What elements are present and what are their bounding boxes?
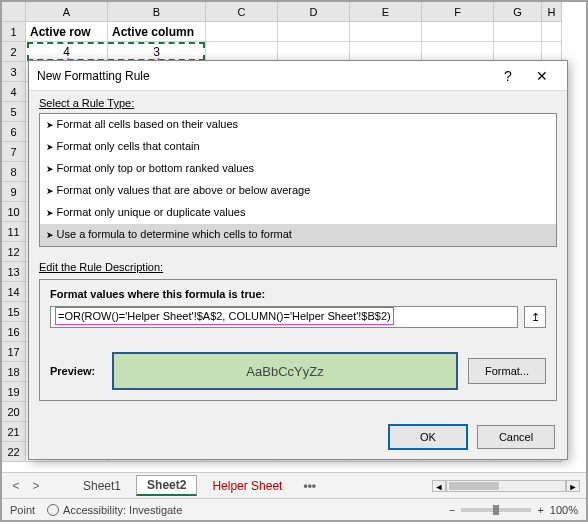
cell-E1[interactable] — [350, 22, 422, 42]
tab-sheet2[interactable]: Sheet2 — [136, 475, 197, 496]
cell-H1[interactable] — [542, 22, 562, 42]
rule-type-item[interactable]: Format only top or bottom ranked values — [40, 158, 556, 180]
preview-label: Preview: — [50, 365, 102, 377]
row-header-12[interactable]: 12 — [2, 242, 26, 262]
col-header-C[interactable]: C — [206, 2, 278, 22]
rule-type-item[interactable]: Format all cells based on their values — [40, 114, 556, 136]
format-preview: AaBbCcYyZz — [112, 352, 458, 390]
zoom-out-button[interactable]: − — [449, 504, 455, 516]
cell-A1[interactable]: Active row — [26, 22, 108, 42]
cell-C1[interactable] — [206, 22, 278, 42]
row-header-17[interactable]: 17 — [2, 342, 26, 362]
col-header-D[interactable]: D — [278, 2, 350, 22]
ok-button[interactable]: OK — [389, 425, 467, 449]
row-header-10[interactable]: 10 — [2, 202, 26, 222]
row-header-18[interactable]: 18 — [2, 362, 26, 382]
accessibility-status[interactable]: Accessibility: Investigate — [63, 504, 182, 516]
cell-A2[interactable]: 4 — [26, 42, 108, 62]
format-button[interactable]: Format... — [468, 358, 546, 384]
cell-F2[interactable] — [422, 42, 494, 62]
formula-label: Format values where this formula is true… — [50, 288, 546, 300]
formula-input[interactable]: =OR(ROW()='Helper Sheet'!$A$2, COLUMN()=… — [50, 306, 518, 328]
rule-type-item-selected[interactable]: Use a formula to determine which cells t… — [40, 224, 556, 246]
dialog-title: New Formatting Rule — [37, 69, 491, 83]
row-header-21[interactable]: 21 — [2, 422, 26, 442]
select-rule-type-label: Select a Rule Type: — [29, 91, 567, 111]
row-header-3[interactable]: 3 — [2, 62, 26, 82]
cell-F1[interactable] — [422, 22, 494, 42]
tab-nav-next[interactable]: > — [28, 479, 44, 493]
cell-D1[interactable] — [278, 22, 350, 42]
zoom-slider[interactable] — [461, 508, 531, 512]
col-header-H[interactable]: H — [542, 2, 562, 22]
select-all-corner[interactable] — [2, 2, 26, 22]
col-header-A[interactable]: A — [26, 2, 108, 22]
col-header-F[interactable]: F — [422, 2, 494, 22]
row-header-19[interactable]: 19 — [2, 382, 26, 402]
hscroll-thumb[interactable] — [449, 482, 499, 490]
row-header-7[interactable]: 7 — [2, 142, 26, 162]
sheet-tab-strip: < > Sheet1 Sheet2 Helper Sheet ••• ◄ ► — [2, 472, 586, 498]
hscroll-track[interactable] — [446, 480, 566, 492]
accessibility-icon — [47, 504, 59, 516]
row-header-13[interactable]: 13 — [2, 262, 26, 282]
cell-H2[interactable] — [542, 42, 562, 62]
row-header-11[interactable]: 11 — [2, 222, 26, 242]
row-header-5[interactable]: 5 — [2, 102, 26, 122]
col-header-G[interactable]: G — [494, 2, 542, 22]
rule-type-list[interactable]: Format all cells based on their values F… — [39, 113, 557, 247]
status-bar: Point Accessibility: Investigate − + 100… — [2, 498, 586, 520]
row-header-15[interactable]: 15 — [2, 302, 26, 322]
edit-rule-description-label: Edit the Rule Description: — [29, 255, 567, 275]
collapse-dialog-button[interactable]: ↥ — [524, 306, 546, 328]
close-button[interactable]: ✕ — [525, 68, 559, 84]
hscroll-right[interactable]: ► — [566, 480, 580, 492]
row-header-16[interactable]: 16 — [2, 322, 26, 342]
zoom-in-button[interactable]: + — [537, 504, 543, 516]
cell-G1[interactable] — [494, 22, 542, 42]
tab-nav-prev[interactable]: < — [8, 479, 24, 493]
row-header-6[interactable]: 6 — [2, 122, 26, 142]
rule-type-item[interactable]: Format only cells that contain — [40, 136, 556, 158]
row-header-22[interactable]: 22 — [2, 442, 26, 462]
rule-type-item[interactable]: Format only values that are above or bel… — [40, 180, 556, 202]
tab-sheet1[interactable]: Sheet1 — [72, 476, 132, 496]
row-header-20[interactable]: 20 — [2, 402, 26, 422]
cell-mode: Point — [10, 504, 35, 516]
col-header-B[interactable]: B — [108, 2, 206, 22]
cancel-button[interactable]: Cancel — [477, 425, 555, 449]
help-button[interactable]: ? — [491, 68, 525, 84]
tab-more[interactable]: ••• — [297, 479, 322, 493]
cell-E2[interactable] — [350, 42, 422, 62]
col-header-E[interactable]: E — [350, 2, 422, 22]
row-header-4[interactable]: 4 — [2, 82, 26, 102]
cell-B1[interactable]: Active column — [108, 22, 206, 42]
row-header-8[interactable]: 8 — [2, 162, 26, 182]
rule-type-item[interactable]: Format only unique or duplicate values — [40, 202, 556, 224]
cell-D2[interactable] — [278, 42, 350, 62]
new-formatting-rule-dialog: New Formatting Rule ? ✕ Select a Rule Ty… — [28, 60, 568, 460]
row-header-2[interactable]: 2 — [2, 42, 26, 62]
tab-helper-sheet[interactable]: Helper Sheet — [201, 476, 293, 496]
cell-B2[interactable]: 3 — [108, 42, 206, 62]
hscroll-left[interactable]: ◄ — [432, 480, 446, 492]
row-header-14[interactable]: 14 — [2, 282, 26, 302]
cell-C2[interactable] — [206, 42, 278, 62]
cell-G2[interactable] — [494, 42, 542, 62]
zoom-level[interactable]: 100% — [550, 504, 578, 516]
row-header-1[interactable]: 1 — [2, 22, 26, 42]
row-header-9[interactable]: 9 — [2, 182, 26, 202]
